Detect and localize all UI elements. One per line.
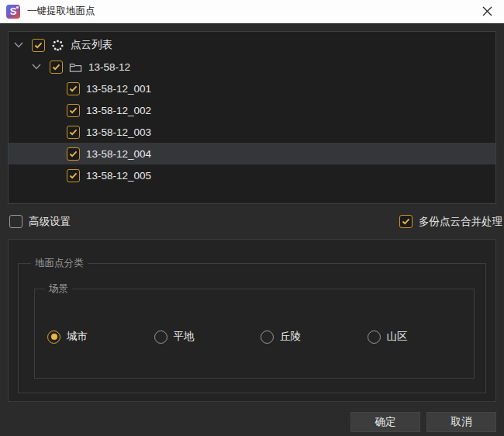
tree-row-item[interactable]: 13-58-12_002 bbox=[9, 99, 495, 121]
checkbox-item[interactable] bbox=[67, 82, 80, 95]
classification-panel: 地面点分类 场景 城市 平地 丘 bbox=[8, 239, 496, 402]
radio-city-label: 城市 bbox=[67, 330, 88, 344]
chevron-down-icon[interactable] bbox=[12, 39, 25, 51]
checkbox-item[interactable] bbox=[67, 126, 80, 139]
scene-group-label: 场景 bbox=[45, 282, 72, 296]
tree-row-item[interactable]: 13-58-12_005 bbox=[9, 164, 495, 186]
tree-item-label: 13-58-12_005 bbox=[86, 170, 151, 182]
tree-row-item[interactable]: 13-58-12_004 bbox=[9, 143, 495, 164]
point-cloud-tree: 点云列表 13-58-12 bbox=[8, 31, 496, 204]
tree-item-label: 13-58-12_003 bbox=[86, 126, 151, 138]
close-icon bbox=[482, 6, 492, 16]
scene-group: 场景 城市 平地 丘陵 bbox=[34, 289, 475, 379]
footer: 确定 取消 bbox=[8, 402, 496, 436]
folder-icon bbox=[68, 60, 82, 74]
classification-group-label: 地面点分类 bbox=[31, 257, 88, 270]
point-cloud-icon bbox=[50, 38, 64, 52]
tree-item-label: 13-58-12_001 bbox=[86, 83, 151, 95]
checkbox-item[interactable] bbox=[67, 169, 80, 182]
app-logo-icon: S bbox=[6, 5, 20, 19]
tree-row-item[interactable]: 13-58-12_003 bbox=[9, 121, 495, 143]
merge-point-clouds-checkbox[interactable]: 多份点云合并处理 bbox=[399, 215, 502, 229]
dialog-window: S 一键提取地面点 bbox=[0, 0, 504, 436]
options-row: 高级设置 多份点云合并处理 bbox=[8, 204, 502, 239]
tree-row-item[interactable]: 13-58-12_001 bbox=[9, 78, 495, 99]
checkbox-checked[interactable] bbox=[399, 215, 413, 228]
checkbox-item[interactable] bbox=[67, 147, 80, 161]
checkbox-item[interactable] bbox=[67, 104, 80, 117]
window-title: 一键提取地面点 bbox=[27, 5, 95, 18]
radio-mountain[interactable]: 山区 bbox=[368, 330, 475, 344]
tree-root-label: 点云列表 bbox=[71, 38, 112, 52]
advanced-settings-checkbox[interactable]: 高级设置 bbox=[9, 215, 71, 229]
radio-hills-label: 丘陵 bbox=[280, 330, 301, 344]
radio-flat-label: 平地 bbox=[174, 330, 195, 344]
radio-selected-icon[interactable] bbox=[47, 330, 60, 344]
cancel-button[interactable]: 取消 bbox=[426, 412, 496, 432]
tree-folder-label: 13-58-12 bbox=[88, 61, 130, 73]
tree-item-label: 13-58-12_004 bbox=[86, 148, 151, 160]
checkbox-unchecked[interactable] bbox=[9, 215, 22, 228]
radio-city[interactable]: 城市 bbox=[47, 330, 154, 344]
merge-point-clouds-label: 多份点云合并处理 bbox=[419, 215, 502, 229]
chevron-down-icon[interactable] bbox=[30, 61, 43, 73]
checkbox-folder[interactable] bbox=[50, 61, 63, 74]
tree-row-root[interactable]: 点云列表 bbox=[9, 34, 495, 56]
dialog-body: 点云列表 13-58-12 bbox=[0, 23, 504, 436]
ok-button[interactable]: 确定 bbox=[350, 412, 420, 432]
radio-unselected-icon[interactable] bbox=[261, 330, 274, 344]
titlebar: S 一键提取地面点 bbox=[0, 0, 504, 23]
radio-mountain-label: 山区 bbox=[387, 330, 408, 344]
close-button[interactable] bbox=[470, 0, 504, 23]
radio-flat[interactable]: 平地 bbox=[154, 330, 261, 344]
tree-row-folder[interactable]: 13-58-12 bbox=[9, 56, 495, 78]
scene-radio-row: 城市 平地 丘陵 山区 bbox=[35, 289, 474, 344]
checkbox-root[interactable] bbox=[32, 39, 45, 52]
tree-item-label: 13-58-12_002 bbox=[86, 105, 151, 116]
radio-unselected-icon[interactable] bbox=[154, 330, 167, 344]
advanced-settings-label: 高级设置 bbox=[29, 215, 71, 229]
radio-hills[interactable]: 丘陵 bbox=[261, 330, 368, 344]
ground-point-classification-group: 地面点分类 场景 城市 平地 丘 bbox=[18, 263, 486, 393]
radio-unselected-icon[interactable] bbox=[368, 330, 381, 344]
